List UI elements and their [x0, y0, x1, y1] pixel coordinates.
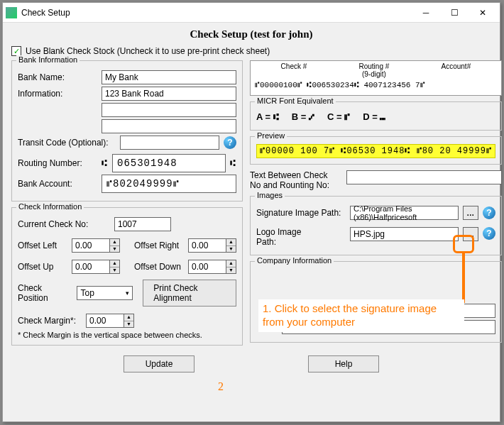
preview-title: Preview — [255, 131, 287, 140]
blank-stock-checkbox[interactable]: ✓ — [11, 46, 21, 56]
current-check-label: Current Check No: — [18, 219, 110, 229]
company-title: Company Information — [255, 256, 334, 265]
sig-path-input[interactable]: C:\Program Files (x86)\Halfpricesoft — [350, 206, 459, 220]
bank-info-title: Bank Information — [16, 55, 80, 64]
current-check-input[interactable]: 1007 — [114, 217, 171, 231]
annotation-step-2: 2 — [218, 380, 224, 393]
help-button[interactable]: Help — [308, 355, 379, 372]
update-button[interactable]: Update — [124, 355, 195, 372]
micr-a: A = ⑆ — [256, 111, 279, 122]
routing-label: Routing Number: — [18, 158, 97, 168]
offset-up-input[interactable]: 0.00 — [72, 260, 110, 274]
bank-info-input-3[interactable] — [102, 119, 236, 133]
page-title: Check Setup (test for john) — [11, 28, 491, 40]
app-icon — [6, 7, 17, 18]
logo-path-label: Logo Image Path: — [256, 227, 346, 247]
offset-right-label: Offset Right — [134, 241, 184, 250]
margin-spinner[interactable]: ▲▼ — [124, 314, 134, 328]
offset-left-input[interactable]: 0.00 — [72, 238, 110, 253]
check-info-group: Check Information Current Check No: 1007… — [11, 207, 243, 346]
transit-label: Transit Code (Optional): — [18, 138, 116, 148]
account-label: Bank Account: — [18, 179, 97, 189]
offset-down-label: Offset Down — [134, 262, 184, 272]
offset-down-spinner[interactable]: ▲▼ — [226, 260, 236, 274]
bank-name-label: Bank Name: — [18, 72, 97, 82]
bank-info-input-1[interactable]: 123 Bank Road — [102, 87, 236, 101]
check-info-title: Check Information — [16, 202, 84, 211]
bank-name-input[interactable]: My Bank — [102, 70, 236, 84]
micr-equiv-title: MICR Font Equivalent — [255, 96, 336, 105]
micr-d: D = ⑉ — [363, 111, 385, 122]
margin-input[interactable]: 0.00 — [86, 314, 124, 328]
account-input[interactable]: ⑈802049999⑈ — [102, 175, 236, 193]
position-label: Check Position — [18, 283, 72, 303]
sig-browse-button[interactable]: … — [463, 206, 478, 220]
sample-account-label: Account# — [442, 62, 471, 78]
preview-value: ⑈00000 100 7⑈ ⑆06530 1948⑆ ⑈80 20 49999⑈ — [256, 144, 495, 158]
routing-input[interactable]: 065301948 — [112, 154, 226, 172]
margin-label: Check Margin*: — [18, 316, 82, 326]
micr-equiv-group: MICR Font Equivalent A = ⑆ B = ⑇ C = ⑈ D… — [250, 101, 502, 131]
text-between-label: Text Between Check No and Rounting No: — [250, 170, 342, 190]
logo-path-input[interactable]: HPS.jpg — [350, 227, 459, 241]
help-icon[interactable]: ? — [224, 136, 236, 149]
minimize-button[interactable]: ─ — [412, 3, 440, 23]
transit-input[interactable] — [120, 136, 219, 150]
sample-micr-line: ⑈00000100⑈ ⑆006530234⑆ 4007123456 7⑈ — [255, 81, 497, 89]
help-icon[interactable]: ? — [483, 227, 495, 240]
offset-up-spinner[interactable]: ▲▼ — [110, 260, 120, 274]
sample-check-label: Check # — [281, 62, 307, 78]
preview-group: Preview ⑈00000 100 7⑈ ⑆06530 1948⑆ ⑈80 2… — [250, 136, 502, 165]
routing-suffix: ⑆ — [230, 158, 236, 169]
callout-connector — [462, 253, 465, 303]
bank-info-input-2[interactable] — [102, 103, 236, 117]
offset-right-spinner[interactable]: ▲▼ — [226, 238, 236, 253]
print-alignment-button[interactable]: Print Check Alignment — [143, 280, 236, 307]
bank-info-label: Information: — [18, 89, 97, 99]
bank-info-group: Bank Information Bank Name: My Bank Info… — [11, 60, 243, 202]
micr-c: C = ⑈ — [327, 111, 350, 122]
offset-right-input[interactable]: 0.00 — [188, 238, 226, 253]
offset-left-spinner[interactable]: ▲▼ — [110, 238, 120, 253]
callout-text: 1. Click to select the signature image f… — [258, 299, 464, 332]
offset-up-label: Offset Up — [18, 262, 67, 272]
sig-path-label: Signature Image Path: — [256, 208, 346, 218]
help-icon[interactable]: ? — [483, 206, 495, 219]
text-between-input[interactable] — [346, 170, 502, 184]
micr-sample-image: Check # Routing # (9-digit) Account# ⑈00… — [250, 60, 502, 96]
offset-down-input[interactable]: 0.00 — [188, 260, 226, 274]
position-select[interactable]: Top▾ — [77, 286, 133, 300]
routing-prefix: ⑆ — [102, 158, 108, 169]
offset-left-label: Offset Left — [18, 241, 67, 250]
blank-stock-label: Use Blank Check Stock (Uncheck it to use… — [26, 46, 270, 56]
window-title: Check Setup — [21, 8, 412, 18]
callout-box — [453, 235, 474, 253]
maximize-button[interactable]: ☐ — [440, 3, 469, 23]
images-title: Images — [255, 191, 285, 199]
close-button[interactable]: ✕ — [469, 3, 497, 23]
margin-note: * Check Margin is the vertical space bet… — [18, 331, 236, 339]
sample-routing-label: Routing # (9-digit) — [358, 62, 389, 78]
micr-b: B = ⑇ — [292, 111, 314, 122]
title-bar: Check Setup ─ ☐ ✕ — [3, 3, 500, 23]
